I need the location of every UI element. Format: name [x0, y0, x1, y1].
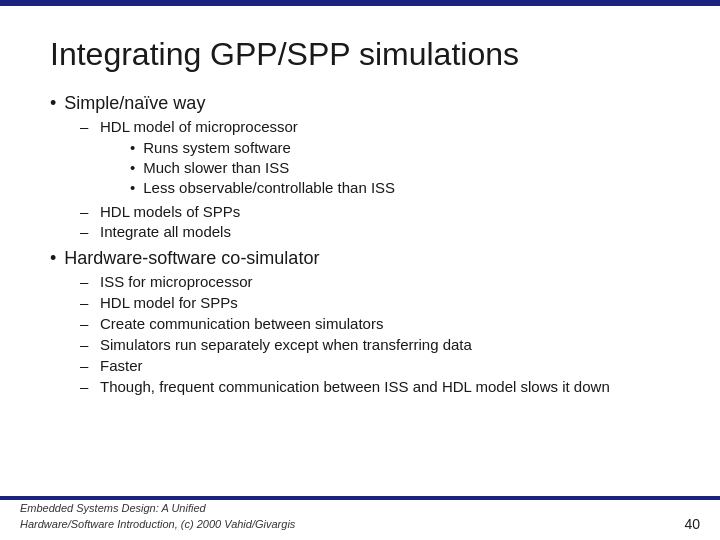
dash-icon-2-6: –: [80, 378, 92, 395]
bullet-icon-1: •: [50, 93, 56, 114]
bullet-1-label: Simple/naïve way: [64, 93, 205, 114]
dash-item-2-1: – ISS for microprocessor: [80, 273, 670, 290]
dash-item-2-4: – Simulators run separately except when …: [80, 336, 670, 353]
page-number: 40: [684, 516, 700, 532]
main-list: • Simple/naïve way – HDL model of microp…: [50, 93, 670, 395]
sub-list-1: • Runs system software • Much slower tha…: [130, 139, 395, 196]
dash-icon-2-5: –: [80, 357, 92, 374]
dash-item-1-3: – Integrate all models: [80, 223, 670, 240]
bottom-bar: [0, 496, 720, 500]
sub-item-1-1-2: • Much slower than ISS: [130, 159, 395, 176]
dash-icon-1-2: –: [80, 203, 92, 220]
dash-1-1-label: HDL model of microprocessor • Runs syste…: [100, 118, 395, 200]
sub-item-1-1-1: • Runs system software: [130, 139, 395, 156]
dash-2-3-label: Create communication between simulators: [100, 315, 383, 332]
dash-1-2-label: HDL models of SPPs: [100, 203, 240, 220]
dash-2-6-label: Though, frequent communication between I…: [100, 378, 610, 395]
dash-item-1-2: – HDL models of SPPs: [80, 203, 670, 220]
dash-icon-2-3: –: [80, 315, 92, 332]
sub-bullet-1: •: [130, 139, 135, 156]
dash-item-2-5: – Faster: [80, 357, 670, 374]
dash-2-1-label: ISS for microprocessor: [100, 273, 253, 290]
sub-bullet-3: •: [130, 179, 135, 196]
sub-bullet-2: •: [130, 159, 135, 176]
dash-icon-2-4: –: [80, 336, 92, 353]
sub-1-1-3-text: Less observable/controllable than ISS: [143, 179, 395, 196]
dash-item-2-6: – Though, frequent communication between…: [80, 378, 670, 395]
sub-1-1-2-text: Much slower than ISS: [143, 159, 289, 176]
footer-line2: Hardware/Software Introduction, (c) 2000…: [20, 517, 295, 532]
dash-2-4-label: Simulators run separately except when tr…: [100, 336, 472, 353]
slide-title: Integrating GPP/SPP simulations: [50, 36, 670, 73]
dash-icon-2-1: –: [80, 273, 92, 290]
list-item-2: • Hardware-software co-simulator – ISS f…: [50, 248, 670, 395]
dash-item-2-3: – Create communication between simulator…: [80, 315, 670, 332]
footer-line1: Embedded Systems Design: A Unified: [20, 501, 295, 516]
bullet-2-label: Hardware-software co-simulator: [64, 248, 319, 269]
list-item-1: • Simple/naïve way – HDL model of microp…: [50, 93, 670, 240]
dash-item-2-2: – HDL model for SPPs: [80, 294, 670, 311]
sub-1-1-1-text: Runs system software: [143, 139, 291, 156]
dash-2-2-label: HDL model for SPPs: [100, 294, 238, 311]
dash-list-1: – HDL model of microprocessor • Runs sys…: [80, 118, 670, 240]
dash-list-2: – ISS for microprocessor – HDL model for…: [80, 273, 670, 395]
sub-item-1-1-3: • Less observable/controllable than ISS: [130, 179, 395, 196]
dash-icon-1-1: –: [80, 118, 92, 135]
slide: Integrating GPP/SPP simulations • Simple…: [0, 0, 720, 540]
footer-text: Embedded Systems Design: A Unified Hardw…: [20, 501, 295, 532]
footer: Embedded Systems Design: A Unified Hardw…: [0, 501, 720, 532]
dash-icon-1-3: –: [80, 223, 92, 240]
dash-icon-2-2: –: [80, 294, 92, 311]
dash-1-3-label: Integrate all models: [100, 223, 231, 240]
dash-2-5-label: Faster: [100, 357, 143, 374]
slide-content: Integrating GPP/SPP simulations • Simple…: [0, 6, 720, 395]
dash-item-1-1: – HDL model of microprocessor • Runs sys…: [80, 118, 670, 200]
bullet-icon-2: •: [50, 248, 56, 269]
